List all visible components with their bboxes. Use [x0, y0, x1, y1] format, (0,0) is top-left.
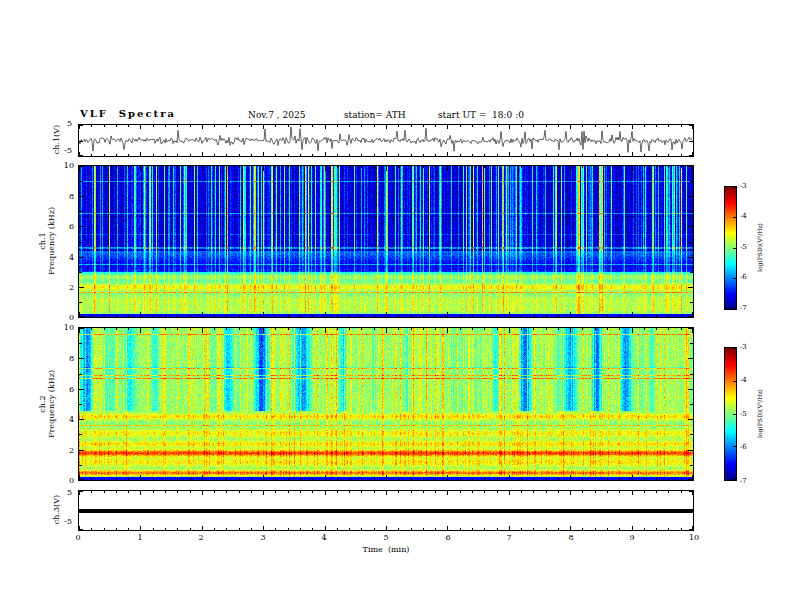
ch1-colorbar	[724, 186, 737, 310]
ch1-spectrogram-panel	[78, 165, 694, 318]
colorbar-tick-label: -3	[740, 343, 747, 351]
ch2-spectrogram-panel	[78, 327, 694, 481]
time-tick-label: 1	[137, 533, 142, 542]
time-tick-label: 3	[260, 533, 265, 542]
ch1-colorbar-label: log(PSD)(V²/Hz)	[756, 208, 763, 288]
time-tick-label: 8	[568, 533, 573, 542]
ch2-colorbar	[724, 347, 737, 481]
freq-tick-label: 4	[69, 253, 74, 262]
time-axis-label: Time (min)	[336, 545, 436, 554]
ch2-axis-label: Frequency (kHz)	[47, 370, 56, 438]
colorbar-tick-label: -5	[740, 243, 747, 251]
time-tick-label: 6	[445, 533, 450, 542]
freq-tick-label: 8	[69, 192, 74, 201]
ch1-ymin-label: -5	[64, 146, 72, 155]
freq-tick-label: 10	[64, 323, 74, 332]
colorbar-tick-label: -3	[740, 182, 747, 190]
time-tick-label: 2	[198, 533, 203, 542]
ch3-waveform-panel	[78, 490, 694, 531]
time-tick-label: 4	[321, 533, 326, 542]
ch1-waveform-panel	[78, 124, 694, 157]
freq-tick-label: 10	[64, 161, 74, 170]
freq-tick-label: 0	[69, 313, 74, 322]
time-tick-label: 5	[383, 533, 388, 542]
station-label: station= ATH	[344, 110, 406, 120]
colorbar-tick-label: -6	[740, 443, 747, 451]
ch2-colorbar-canvas	[725, 348, 736, 480]
colorbar-tick-label: -7	[740, 304, 747, 312]
ch3-waveform-canvas	[79, 491, 693, 530]
ch1-ymax-label: 5	[67, 119, 72, 128]
ch1-axis-label: Frequency (kHz)	[47, 207, 56, 275]
ch1-voltage-axis-label: ch.1(V)	[52, 110, 61, 170]
freq-tick-label: 2	[69, 446, 74, 455]
freq-tick-label: 4	[69, 415, 74, 424]
start-ut-label: start UT = 18:0 :0	[438, 110, 524, 120]
ch1-channel-label: ch.1	[38, 232, 47, 249]
date-label: Nov.7 , 2025	[248, 110, 305, 120]
figure-title: VLF Spectra	[80, 108, 176, 119]
ch3-ymin-label: -5	[64, 517, 72, 526]
freq-tick-label: 8	[69, 354, 74, 363]
time-tick-label: 10	[689, 533, 699, 542]
ch1-colorbar-canvas	[725, 187, 736, 309]
ch2-channel-label: ch.2	[38, 395, 47, 412]
colorbar-tick-label: -4	[740, 376, 747, 384]
colorbar-tick-label: -4	[740, 212, 747, 220]
freq-tick-label: 0	[69, 476, 74, 485]
freq-tick-label: 6	[69, 385, 74, 394]
freq-tick-label: 6	[69, 222, 74, 231]
freq-tick-label: 2	[69, 283, 74, 292]
vlf-spectra-figure: VLF Spectra Nov.7 , 2025 station= ATH st…	[0, 0, 792, 612]
colorbar-tick-label: -5	[740, 410, 747, 418]
ch3-voltage-axis-label: ch.3(V)	[52, 480, 61, 540]
ch1-waveform-canvas	[79, 125, 693, 156]
ch2-frequency-axis-label: ch.2 Frequency (kHz)	[38, 359, 56, 449]
time-tick-label: 0	[75, 533, 80, 542]
ch3-ymax-label: 5	[67, 488, 72, 497]
ch1-frequency-axis-label: ch.1 Frequency (kHz)	[38, 196, 56, 286]
ch2-spectrogram-canvas	[79, 328, 693, 480]
time-tick-label: 7	[506, 533, 511, 542]
time-tick-label: 9	[629, 533, 634, 542]
ch1-spectrogram-canvas	[79, 166, 693, 317]
colorbar-tick-label: -7	[740, 477, 747, 485]
ch2-colorbar-label: log(PSD)(V²/Hz)	[756, 374, 763, 454]
colorbar-tick-label: -6	[740, 273, 747, 281]
